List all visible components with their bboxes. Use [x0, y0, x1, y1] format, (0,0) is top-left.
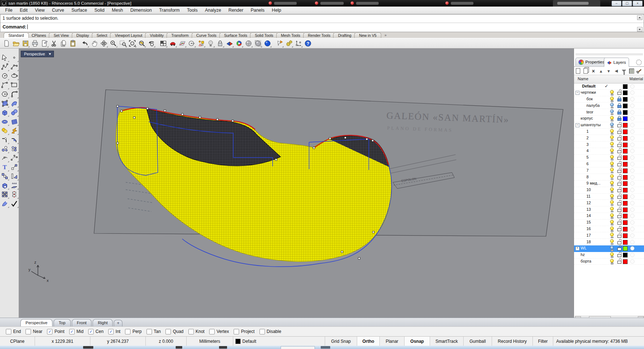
zoom-dynamic-button[interactable]: [109, 39, 118, 48]
layer-material-circle[interactable]: [630, 123, 635, 127]
toolbar-tab-solid-tools[interactable]: Solid Tools: [250, 32, 278, 38]
new-layer-button[interactable]: [575, 68, 581, 74]
surface-corner-points-tool[interactable]: [0, 99, 9, 108]
layer-row-шпангоуты[interactable]: −шпангоуты: [574, 122, 644, 129]
osnap-option-quad[interactable]: Quad: [165, 329, 183, 334]
menu-edit[interactable]: Edit: [16, 7, 31, 13]
menu-file[interactable]: File: [1, 7, 16, 13]
layer-material-circle[interactable]: [630, 116, 635, 121]
layer-expander-icon[interactable]: −: [575, 123, 579, 127]
layer-row-4[interactable]: 4: [574, 148, 644, 155]
layer-row-13[interactable]: 13: [574, 206, 644, 213]
layer-row-17[interactable]: 17: [574, 232, 644, 239]
layer-visibility-bulb-icon[interactable]: [610, 181, 614, 186]
explode-tool[interactable]: [10, 126, 19, 135]
toolbar-tab-mesh-tools[interactable]: Mesh Tools: [276, 32, 305, 38]
layer-material-circle[interactable]: [630, 220, 635, 225]
layer-color-swatch[interactable]: [623, 246, 628, 251]
dimension-button[interactable]: [294, 39, 303, 48]
collapse-layers-button[interactable]: ◀: [613, 68, 620, 74]
viewport-tab-add-button[interactable]: +: [114, 320, 122, 326]
osnap-option-knot[interactable]: Knot: [188, 329, 205, 334]
menu-view[interactable]: View: [31, 7, 48, 13]
layer-color-swatch[interactable]: [623, 259, 628, 264]
layer-material-circle[interactable]: [630, 175, 635, 179]
select-tool[interactable]: [0, 53, 9, 62]
column-header-name[interactable]: Name: [578, 77, 588, 81]
toolbar-tab-visibility[interactable]: Visibility: [145, 32, 168, 38]
layer-lock-icon[interactable]: [617, 110, 621, 115]
point-tool[interactable]: [10, 53, 19, 62]
layer-visibility-bulb-icon[interactable]: [610, 239, 614, 244]
layer-material-circle[interactable]: [630, 246, 635, 251]
layer-lock-icon[interactable]: [617, 252, 621, 257]
status-toggle-gumball[interactable]: Gumball: [464, 337, 492, 346]
blend-alt-tool[interactable]: [10, 144, 19, 153]
layer-color-swatch[interactable]: [623, 201, 628, 206]
layer-color-swatch[interactable]: [623, 84, 628, 89]
layer-color-swatch[interactable]: [623, 220, 628, 225]
annotate-flag-button[interactable]: [275, 39, 284, 48]
print-button[interactable]: [31, 39, 39, 48]
layer-color-swatch[interactable]: [623, 240, 628, 245]
status-toggle-planar[interactable]: Planar: [380, 337, 405, 346]
command-scroll-up-icon[interactable]: [637, 15, 643, 20]
conic-curve-tool[interactable]: [10, 90, 19, 98]
layer-row-16[interactable]: 16: [574, 226, 644, 233]
blend-tool[interactable]: [0, 144, 9, 153]
layer-material-circle[interactable]: [630, 129, 635, 134]
menu-help[interactable]: Help: [268, 7, 285, 13]
surface-paint-tool[interactable]: [0, 199, 9, 208]
layer-row-11[interactable]: 11: [574, 194, 644, 200]
osnap-option-int[interactable]: ✓Int: [108, 329, 120, 334]
layer-lock-icon[interactable]: [617, 123, 621, 127]
curve-interpolate-tool[interactable]: [10, 62, 19, 71]
boolean-union-tool[interactable]: [0, 126, 9, 135]
layer-visibility-bulb-icon[interactable]: [610, 187, 614, 193]
layer-visibility-bulb-icon[interactable]: [610, 142, 614, 147]
menu-mesh[interactable]: Mesh: [108, 7, 127, 13]
toolbar-tab-render-tools[interactable]: Render Tools: [303, 32, 335, 38]
viewport-title-label[interactable]: Perspective: [21, 51, 54, 57]
layer-material-circle[interactable]: [630, 143, 635, 147]
tab-layers[interactable]: Layers: [604, 58, 629, 67]
layer-row-teor[interactable]: teor: [574, 109, 644, 116]
layer-material-circle[interactable]: [630, 181, 635, 186]
layer-lock-icon[interactable]: [617, 90, 621, 95]
layer-row-3[interactable]: 3: [574, 141, 644, 148]
text-tool[interactable]: T: [0, 163, 9, 171]
layer-lock-icon[interactable]: [617, 148, 621, 153]
layer-lock-icon[interactable]: [617, 97, 621, 101]
layer-lock-icon[interactable]: [617, 233, 621, 238]
layer-row-18[interactable]: 18: [574, 239, 644, 245]
layer-color-swatch[interactable]: [623, 155, 628, 160]
osnap-checkbox-disable[interactable]: [259, 329, 265, 334]
rhino-app-icon[interactable]: [1, 1, 7, 6]
layer-material-circle[interactable]: [630, 233, 635, 238]
move-tool[interactable]: [10, 163, 19, 171]
layer-row-7[interactable]: 7: [574, 167, 644, 174]
layer-visibility-bulb-icon[interactable]: [610, 97, 614, 102]
layer-table-button[interactable]: [628, 68, 635, 74]
osnap-option-mid[interactable]: ✓Mid: [69, 329, 83, 334]
circle-tool[interactable]: [0, 71, 9, 80]
layer-material-circle[interactable]: [630, 90, 635, 95]
selection-filter-button[interactable]: [197, 39, 206, 48]
layer-material-circle[interactable]: [630, 253, 635, 257]
layer-color-swatch[interactable]: [623, 208, 628, 212]
layer-material-circle[interactable]: [630, 168, 635, 173]
viewport-tab-perspective[interactable]: Perspective: [20, 319, 52, 326]
open-file-button[interactable]: [12, 39, 20, 48]
layer-lock-icon[interactable]: [617, 187, 621, 192]
panel-grip[interactable]: [575, 55, 643, 55]
layer-material-circle[interactable]: [630, 227, 635, 231]
undo-button[interactable]: [81, 39, 89, 48]
menu-render[interactable]: Render: [225, 7, 247, 13]
osnap-option-point[interactable]: ✓Point: [47, 329, 64, 334]
print-preview-button[interactable]: [40, 39, 49, 48]
command-area[interactable]: 1 surface added to selection. Command:: [0, 14, 644, 32]
osnap-checkbox-mid[interactable]: ✓: [69, 329, 75, 334]
zoom-window-button[interactable]: [118, 39, 127, 48]
layer-visibility-bulb-icon[interactable]: [610, 90, 614, 95]
osnap-checkbox-project[interactable]: [234, 329, 239, 334]
